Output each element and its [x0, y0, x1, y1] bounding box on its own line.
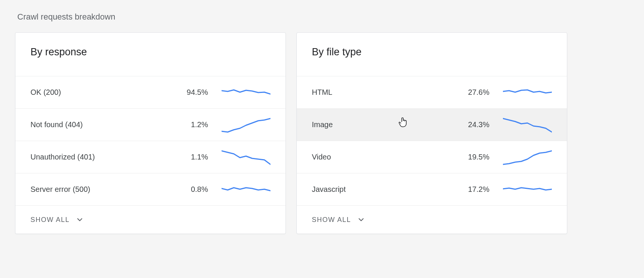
row-value: 94.5% — [167, 88, 208, 97]
row-server-error-500[interactable]: Server error (500) 0.8% — [15, 173, 286, 205]
row-value: 17.2% — [448, 185, 489, 194]
sparkline — [222, 84, 270, 101]
row-label: Video — [312, 153, 448, 161]
page-title: Crawl requests breakdown — [17, 12, 629, 22]
row-not-found-404[interactable]: Not found (404) 1.2% — [15, 108, 286, 141]
row-value: 1.1% — [167, 153, 208, 161]
row-javascript[interactable]: Javascript 17.2% — [297, 173, 567, 205]
row-value: 19.5% — [448, 153, 489, 161]
card-by-response: By response OK (200) 94.5% Not found (40… — [15, 32, 286, 234]
sparkline — [503, 84, 552, 101]
row-ok-200[interactable]: OK (200) 94.5% — [15, 76, 286, 108]
card-by-file-type: By file type HTML 27.6% Image 24.3% Vide… — [296, 32, 567, 234]
row-label: Javascript — [312, 185, 448, 194]
row-label: Not found (404) — [30, 120, 167, 129]
card-title-by-response: By response — [15, 33, 286, 76]
row-label: Server error (500) — [30, 185, 167, 194]
chevron-down-icon — [357, 216, 365, 224]
show-all-label: SHOW ALL — [30, 216, 70, 224]
sparkline — [222, 181, 270, 198]
sparkline — [503, 149, 552, 166]
show-all-button[interactable]: SHOW ALL — [15, 205, 286, 234]
row-video[interactable]: Video 19.5% — [297, 141, 567, 173]
row-image[interactable]: Image 24.3% — [297, 108, 567, 141]
show-all-label: SHOW ALL — [312, 216, 351, 224]
card-title-by-file-type: By file type — [297, 33, 567, 76]
chevron-down-icon — [76, 216, 84, 224]
sparkline — [222, 149, 270, 166]
row-label: HTML — [312, 88, 448, 97]
row-value: 24.3% — [448, 120, 489, 129]
sparkline — [503, 116, 552, 134]
row-value: 0.8% — [167, 185, 208, 194]
row-label: Image — [312, 120, 448, 129]
row-label: OK (200) — [30, 88, 167, 97]
row-value: 1.2% — [167, 120, 208, 129]
row-value: 27.6% — [448, 88, 489, 97]
row-html[interactable]: HTML 27.6% — [297, 76, 567, 108]
cards-container: By response OK (200) 94.5% Not found (40… — [15, 32, 629, 234]
show-all-button[interactable]: SHOW ALL — [297, 205, 567, 234]
row-label: Unauthorized (401) — [30, 153, 167, 161]
sparkline — [503, 181, 552, 198]
sparkline — [222, 116, 270, 134]
row-unauthorized-401[interactable]: Unauthorized (401) 1.1% — [15, 141, 286, 173]
